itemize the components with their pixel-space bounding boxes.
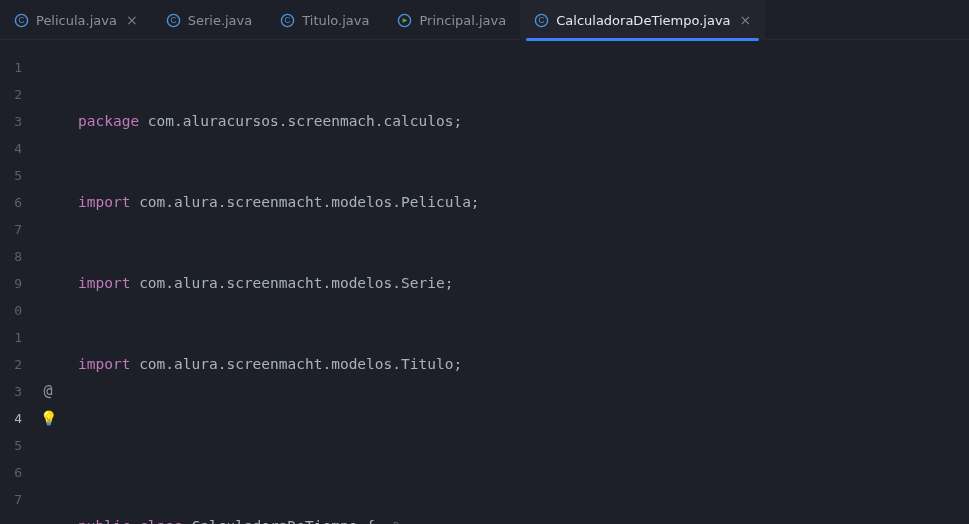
- tab-titulo[interactable]: C Titulo.java: [266, 0, 383, 40]
- tab-label: CalculadoraDeTiempo.java: [556, 13, 730, 28]
- line-number: 5: [0, 432, 28, 459]
- svg-text:C: C: [18, 15, 24, 25]
- import-path: com.alura.screenmacht.modelos.Pelicula: [139, 194, 471, 210]
- editor-tabs: C Pelicula.java × C Serie.java C Titulo.…: [0, 0, 969, 40]
- tab-label: Principal.java: [419, 13, 506, 28]
- line-number: 5: [0, 162, 28, 189]
- class-icon: C: [166, 13, 181, 28]
- line-numbers: 1 2 3 4 5 6 7 8 9 0 1 2 3 4 5 6 7: [0, 40, 28, 524]
- code-area[interactable]: package com.aluracursos.screenmach.calcu…: [68, 40, 969, 524]
- line-number: 4: [0, 135, 28, 162]
- line-number: 9: [0, 270, 28, 297]
- line-number: 0: [0, 297, 28, 324]
- class-name: CalculadoraDeTiempo: [192, 518, 358, 524]
- line-number: 8: [0, 243, 28, 270]
- import-path: com.alura.screenmacht.modelos.Serie: [139, 275, 445, 291]
- line-number: 2: [0, 351, 28, 378]
- kw-import: import: [78, 275, 130, 291]
- close-icon[interactable]: ×: [126, 13, 138, 27]
- class-icon: C: [14, 13, 29, 28]
- class-icon: C: [534, 13, 549, 28]
- line-number: 2: [0, 81, 28, 108]
- line-number: 4: [0, 405, 28, 432]
- close-icon[interactable]: ×: [740, 13, 752, 27]
- tab-label: Pelicula.java: [36, 13, 117, 28]
- intention-bulb-icon[interactable]: 💡: [28, 405, 68, 432]
- line-number: 6: [0, 459, 28, 486]
- tab-label: Serie.java: [188, 13, 253, 28]
- tab-label: Titulo.java: [302, 13, 369, 28]
- line-number: 6: [0, 189, 28, 216]
- kw-import: import: [78, 356, 130, 372]
- code-editor[interactable]: 1 2 3 4 5 6 7 8 9 0 1 2 3 4 5 6 7 @ 💡 pa…: [0, 40, 969, 524]
- line-number: 3: [0, 108, 28, 135]
- svg-text:C: C: [170, 15, 176, 25]
- kw-package: package: [78, 113, 139, 129]
- package-name: com.aluracursos.screenmach.calculos: [148, 113, 454, 129]
- line-number: 7: [0, 486, 28, 513]
- line-number: 1: [0, 54, 28, 81]
- inlay-usages[interactable]: 3 usages: [392, 519, 452, 524]
- run-icon: [397, 13, 412, 28]
- line-number: 7: [0, 216, 28, 243]
- import-path: com.alura.screenmacht.modelos.Titulo: [139, 356, 453, 372]
- kw-import: import: [78, 194, 130, 210]
- tab-pelicula[interactable]: C Pelicula.java ×: [0, 0, 152, 40]
- svg-text:C: C: [285, 15, 291, 25]
- svg-text:C: C: [539, 15, 545, 25]
- tab-serie[interactable]: C Serie.java: [152, 0, 267, 40]
- tab-principal[interactable]: Principal.java: [383, 0, 520, 40]
- line-number: 3: [0, 378, 28, 405]
- line-number: 1: [0, 324, 28, 351]
- class-icon: C: [280, 13, 295, 28]
- override-icon[interactable]: @: [28, 378, 68, 405]
- gutter-icons: @ 💡: [28, 40, 68, 524]
- tab-calculadora[interactable]: C CalculadoraDeTiempo.java ×: [520, 0, 765, 40]
